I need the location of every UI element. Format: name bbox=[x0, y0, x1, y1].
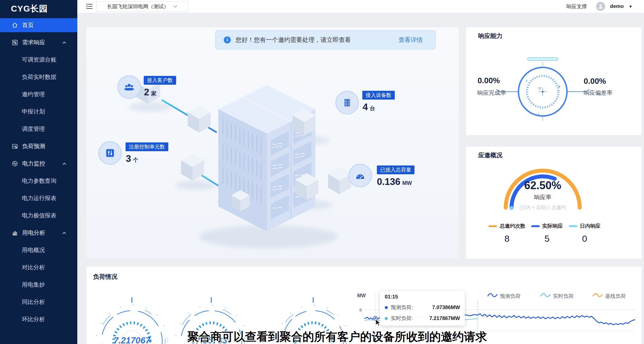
response-support-link[interactable]: 响应支撑 bbox=[566, 3, 587, 10]
load-gauge-1: 7.217067 bbox=[92, 295, 171, 344]
chevron-up-icon bbox=[62, 162, 66, 165]
sidebar-item-invitation-management[interactable]: 邀约管理 bbox=[0, 87, 77, 101]
sidebar: CYG长园 首页 需求响应 可调资源台账 负荷实时数据 邀约管理 申报计划 调度… bbox=[0, 0, 77, 344]
sidebar-item-power-parameter-query[interactable]: 电力参数查询 bbox=[0, 174, 77, 188]
sidebar-item-power-extreme-report[interactable]: 电力极值报表 bbox=[0, 209, 77, 223]
deviation-rate-value: 0.00% bbox=[584, 77, 606, 86]
stat-value: 3个 bbox=[126, 153, 138, 164]
tooltip-row-realtime: 实时负荷: 7.217867MW bbox=[385, 315, 460, 322]
legend-value: 5 bbox=[530, 233, 564, 244]
sidebar-item-comparison-analysis[interactable]: 对比分析 bbox=[0, 261, 77, 274]
legend-value: 8 bbox=[487, 233, 527, 244]
response-capability-card: 响应能力 0.00% 响应完成率 0.00% 响应偏差率 bbox=[466, 27, 642, 135]
stat-label-badge: 注册控制单元数 bbox=[126, 142, 168, 151]
sidebar-item-home[interactable]: 首页 bbox=[0, 18, 77, 32]
demand-response-icon bbox=[12, 39, 18, 46]
home-icon bbox=[12, 22, 18, 29]
overview-card: i 您好！您有一个邀约需要处理，请立即查看 查看详情 接入客户数 2家 接入设备… bbox=[86, 27, 459, 259]
gauge-value: 7.217067 bbox=[114, 335, 151, 344]
legend-swatch bbox=[531, 225, 540, 227]
legend-forecast-load: 预测负荷 bbox=[500, 293, 521, 299]
completion-rate-label: 响应完成率 bbox=[477, 89, 506, 97]
capacity-gauge-icon bbox=[348, 164, 372, 187]
semicircle-gauge: 62.50% 响应率 (日内 + 实际) / 总邀约 bbox=[466, 159, 642, 220]
legend-swatch bbox=[488, 225, 497, 227]
response-rate-formula: (日内 + 实际) / 总邀约 bbox=[519, 205, 566, 210]
power-monitoring-icon bbox=[12, 160, 18, 167]
caret-down-icon[interactable]: ▼ bbox=[629, 4, 632, 9]
server-icon bbox=[335, 91, 359, 114]
legend-baseline-load: 基线负荷 bbox=[605, 293, 626, 299]
sidebar-item-label: 电力监控 bbox=[22, 160, 45, 168]
response-rate-label: 响应率 bbox=[534, 194, 552, 200]
sidebar-item-dispatch-management[interactable]: 调度管理 bbox=[0, 122, 77, 136]
deviation-rate-label: 响应偏差率 bbox=[584, 89, 612, 97]
info-icon: i bbox=[224, 36, 231, 43]
menu-fold-icon[interactable] bbox=[86, 3, 93, 9]
username[interactable]: demo bbox=[610, 3, 624, 9]
sidebar-item-power-monitoring[interactable]: 电力监控 bbox=[0, 157, 77, 171]
y-axis-tick: 8 bbox=[359, 307, 362, 312]
user-avatar-icon[interactable] bbox=[596, 2, 605, 11]
sidebar-item-label: 首页 bbox=[22, 21, 34, 29]
sidebar-item-meter-reading[interactable]: 用电集抄 bbox=[0, 278, 77, 292]
sidebar-item-label: 需求响应 bbox=[22, 39, 45, 46]
load-forecast-icon bbox=[12, 143, 18, 150]
stat-value: 4台 bbox=[363, 102, 375, 113]
tooltip-time: 01:15 bbox=[385, 294, 460, 300]
banner-message: 您好！您有一个邀约需要处理，请立即查看 bbox=[236, 36, 351, 44]
card-title: 负荷情况 bbox=[93, 273, 117, 281]
topbar: 长园飞轮深圳电网（测试） 响应支撑 demo ▼ bbox=[77, 0, 644, 13]
electricity-analysis-icon bbox=[12, 230, 18, 236]
sidebar-item-power-operation-report[interactable]: 电力运行报表 bbox=[0, 191, 77, 205]
sidebar-item-electricity-analysis[interactable]: 用电分析 bbox=[0, 226, 77, 240]
chevron-up-icon bbox=[62, 231, 66, 234]
view-details-link[interactable]: 查看详情 bbox=[398, 36, 423, 44]
video-subtitle-caption: 聚合商可以查看到聚合的所有客户的设备所收到的邀约请求 bbox=[187, 329, 487, 344]
series-dot-icon bbox=[385, 317, 388, 320]
sidebar-item-label: 负荷预测 bbox=[22, 142, 45, 150]
legend-total-invitations: 总邀约次数 8 bbox=[487, 223, 527, 244]
sidebar-item-label: 用电分析 bbox=[22, 229, 45, 237]
legend-value: 0 bbox=[568, 233, 601, 244]
chart-tooltip: 01:15 预测负荷: 7.07386MW 实时负荷: 7.217867MW bbox=[380, 291, 465, 325]
stat-label-badge: 接入设备数 bbox=[362, 91, 395, 100]
sidebar-item-adjustable-resource-ledger[interactable]: 可调资源台账 bbox=[0, 53, 77, 67]
sidebar-item-load-forecast[interactable]: 负荷预测 bbox=[0, 139, 77, 153]
legend-intraday-response: 日内响应 0 bbox=[568, 223, 601, 244]
topbar-right: 响应支撑 demo ▼ bbox=[566, 2, 644, 11]
chart-legend: 预测负荷 实时负荷 基线负荷 bbox=[488, 293, 626, 299]
response-rate-value: 62.50% bbox=[524, 179, 561, 192]
sidebar-nav: 首页 需求响应 可调资源台账 负荷实时数据 邀约管理 申报计划 调度管理 负荷预… bbox=[0, 18, 77, 330]
org-selector[interactable]: 长园飞轮深圳电网（测试） bbox=[96, 1, 188, 12]
stat-label-badge: 接入客户数 bbox=[144, 76, 176, 85]
brand-logo: CYG长园 bbox=[0, 0, 77, 18]
stat-value: 0.136MW bbox=[377, 176, 412, 187]
stat-label-badge: 已接入总容量 bbox=[377, 165, 414, 174]
tooltip-row-forecast: 预测负荷: 7.07386MW bbox=[385, 304, 460, 311]
sidebar-item-demand-response[interactable]: 需求响应 bbox=[0, 36, 77, 49]
sidebar-item-electricity-overview[interactable]: 用电概况 bbox=[0, 243, 77, 257]
legend-swatch bbox=[569, 225, 577, 227]
dashboard-screen: CYG长园 首页 需求响应 可调资源台账 负荷实时数据 邀约管理 申报计划 调度… bbox=[0, 0, 644, 344]
chevron-down-icon bbox=[173, 5, 177, 8]
legend-actual-response: 实际响应 5 bbox=[530, 223, 564, 244]
invitation-overview-card: 应邀概况 62.50% 响应率 (日内 + 实际) / 总邀约 总邀约次数 8 … bbox=[466, 147, 642, 259]
notification-banner: i 您好！您有一个邀约需要处理，请立即查看 查看详情 bbox=[215, 30, 436, 49]
y-axis-unit: MW bbox=[357, 293, 366, 298]
sidebar-item-declaration-plan[interactable]: 申报计划 bbox=[0, 105, 77, 119]
completion-rate-value: 0.00% bbox=[478, 76, 500, 85]
card-title: 应邀概况 bbox=[478, 151, 502, 159]
stat-value: 2家 bbox=[144, 87, 156, 98]
legend-realtime-load: 实时负荷 bbox=[553, 293, 574, 299]
chevron-up-icon bbox=[62, 41, 66, 44]
sidebar-item-mom-analysis[interactable]: 环比分析 bbox=[0, 312, 77, 326]
server-cube bbox=[218, 85, 315, 231]
sidebar-item-yoy-analysis[interactable]: 同比分析 bbox=[0, 295, 77, 309]
users-icon bbox=[117, 75, 141, 99]
main-content: i 您好！您有一个邀约需要处理，请立即查看 查看详情 接入客户数 2家 接入设备… bbox=[77, 13, 644, 344]
series-dot-icon bbox=[385, 306, 388, 309]
org-selector-value: 长园飞轮深圳电网（测试） bbox=[107, 3, 169, 10]
control-unit-icon bbox=[98, 141, 122, 165]
sidebar-item-load-realtime-data[interactable]: 负荷实时数据 bbox=[0, 70, 77, 84]
